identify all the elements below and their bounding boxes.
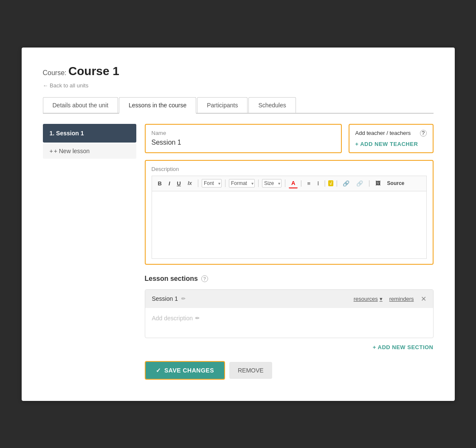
lesson-sections: Lesson sections ? Session 1 ✏ resources … [145,275,434,351]
tab-schedules[interactable]: Schedules [248,97,296,113]
checkmark-icon: ✓ [156,367,161,374]
font-select-wrapper: Font [202,179,222,188]
name-label: Name [152,130,335,136]
toolbar-separator-8: | [368,179,370,187]
tab-participants[interactable]: Participants [197,97,248,113]
resources-chevron-icon: ▾ [380,296,383,302]
tab-lessons[interactable]: Lessons in the course [119,97,196,114]
toolbar-separator-1 [198,179,198,187]
toolbar-separator-5: | [300,179,302,187]
add-description-text: Add description [152,315,193,322]
section-card: Session 1 ✏ resources ▾ reminders ✕ [145,289,434,338]
lesson-sections-help-icon[interactable]: ? [201,275,208,282]
edit-section-icon[interactable]: ✏ [181,296,186,302]
section-name: Session 1 ✏ [152,295,186,302]
editor-body[interactable] [152,191,427,259]
tab-bar: Details about the unit Lessons in the co… [43,97,434,114]
sidebar: 1. Session 1 + + New lesson [43,124,136,380]
sidebar-new-lesson[interactable]: + + New lesson [43,143,136,159]
footer-actions: ✓ SAVE CHANGES REMOVE [145,361,434,380]
section-name-text: Session 1 [152,295,178,302]
save-label: SAVE CHANGES [164,367,214,374]
description-container: Description B I U Ix Font For [145,160,434,265]
name-field-container: Name [145,124,342,153]
text-color-button[interactable]: A [289,179,298,188]
description-label: Description [152,166,427,172]
content-area: 1. Session 1 + + New lesson Name Add tea… [43,124,434,380]
lesson-sections-header: Lesson sections ? [145,275,434,283]
section-actions: resources ▾ reminders ✕ [354,295,426,303]
save-button[interactable]: ✓ SAVE CHANGES [145,361,225,380]
toolbar-separator-2 [225,179,225,187]
teacher-label: Add teacher / teachers [355,130,411,136]
back-link[interactable]: ← Back to all units [43,82,89,89]
add-section-button[interactable]: + ADD NEW SECTION [373,344,434,350]
font-select[interactable]: Font [202,179,222,188]
main-content: Name Add teacher / teachers ? + ADD NEW … [145,124,434,380]
teacher-box: Add teacher / teachers ? + ADD NEW TEACH… [349,124,434,153]
add-description[interactable]: Add description ✏ [152,315,426,322]
source-button[interactable]: Source [385,179,407,188]
sidebar-item-session1[interactable]: 1. Session 1 [43,124,136,143]
strikethrough-button[interactable]: Ix [185,179,194,188]
link-button[interactable]: 🔗 [340,179,352,188]
add-description-edit-icon: ✏ [195,315,200,321]
reminders-link[interactable]: reminders [389,296,414,302]
add-teacher-button[interactable]: + ADD NEW TEACHER [355,141,427,147]
course-label: Course: [43,69,67,76]
bold-button[interactable]: B [155,179,164,188]
section-close-button[interactable]: ✕ [421,295,426,303]
main-card: Course: Course 1 ← Back to all units Det… [22,48,455,401]
help-icon[interactable]: ? [420,130,427,137]
image-button[interactable]: 🖼 [373,179,383,188]
size-select[interactable]: Size [262,179,282,188]
new-lesson-label: + New lesson [54,148,90,154]
course-title: Course 1 [68,64,119,78]
toolbar-separator-4 [285,179,285,187]
plus-icon: + [50,148,53,154]
section-card-header: Session 1 ✏ resources ▾ reminders ✕ [145,290,433,308]
lesson-sections-title: Lesson sections [145,275,198,283]
top-form-row: Name Add teacher / teachers ? + ADD NEW … [145,124,434,153]
name-input[interactable] [152,139,335,146]
section-card-body: Add description ✏ [145,308,433,338]
format-select-wrapper: Format [229,179,255,188]
format-select[interactable]: Format [229,179,255,188]
teacher-box-header: Add teacher / teachers ? [355,130,427,137]
underline-button[interactable]: U [175,179,183,188]
toolbar-separator-3 [258,179,259,187]
add-section-row: + ADD NEW SECTION [145,343,434,351]
tab-details[interactable]: Details about the unit [43,97,118,113]
remove-button[interactable]: REMOVE [229,362,272,379]
formula-button[interactable]: √ [328,180,333,186]
toolbar-separator-6: | [324,179,326,187]
unordered-list-button[interactable]: ⁝ [315,179,321,188]
italic-button[interactable]: I [166,179,173,188]
editor-toolbar: B I U Ix Font Format [152,176,427,191]
course-header: Course: Course 1 [43,64,434,78]
unlink-button[interactable]: 🔗 [354,179,366,188]
toolbar-separator-7: | [336,179,338,187]
ordered-list-button[interactable]: ≡ [304,179,313,188]
size-select-wrapper: Size [262,179,282,188]
resources-link[interactable]: resources ▾ [354,296,383,302]
